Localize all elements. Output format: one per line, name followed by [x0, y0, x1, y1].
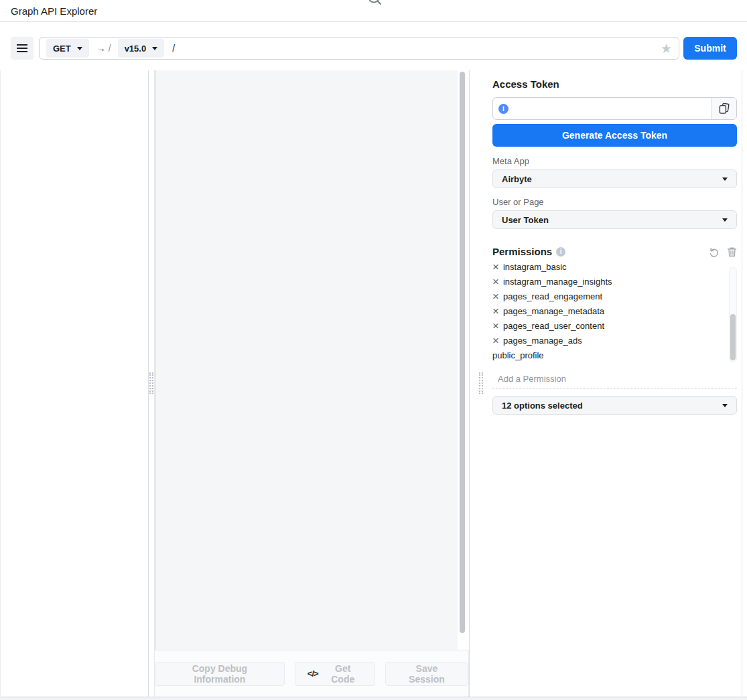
version-dropdown[interactable]: v15.0 — [118, 39, 165, 58]
request-bar: GET → / v15.0 ★ — [39, 37, 679, 60]
user-or-page-value: User Token — [502, 215, 549, 225]
chevron-down-icon — [77, 47, 82, 50]
permissions-list: ×instagram_basic×instagram_manage_insigh… — [492, 263, 737, 362]
remove-permission-icon[interactable]: × — [492, 290, 499, 303]
submit-button[interactable]: Submit — [683, 37, 737, 60]
permission-label: pages_read_engagement — [503, 289, 602, 304]
search-icon[interactable] — [367, 0, 382, 8]
meta-app-value: Airbyte — [502, 174, 532, 184]
permission-item: ×pages_read_user_content — [492, 319, 737, 334]
graph-api-explorer-page: Graph API Explorer GET → / v15.0 ★ Submi… — [0, 0, 747, 700]
permission-item: ×instagram_manage_insights — [492, 275, 737, 289]
remove-permission-icon[interactable]: × — [492, 320, 499, 333]
permission-label: pages_manage_ads — [503, 334, 582, 348]
hamburger-icon — [17, 44, 27, 52]
chevron-down-icon — [152, 47, 157, 50]
add-permission-input[interactable] — [492, 374, 737, 384]
panel-resize-handle-left[interactable] — [149, 372, 153, 394]
chevron-down-icon — [722, 218, 728, 222]
permission-item: ×instagram_basic — [492, 263, 737, 275]
access-token-input[interactable] — [508, 98, 711, 119]
permission-label: pages_read_user_content — [503, 319, 604, 334]
meta-app-dropdown[interactable]: Airbyte — [492, 169, 737, 188]
save-session-button[interactable]: Save Session — [385, 662, 468, 686]
permissions-heading: Permissions — [492, 246, 552, 257]
permission-label: public_profile — [492, 348, 544, 362]
permission-item: ×pages_manage_ads — [492, 334, 737, 348]
path-input[interactable] — [172, 43, 661, 54]
panel-divider — [469, 70, 470, 697]
copy-debug-label: Copy Debug Information — [167, 663, 272, 685]
trash-icon[interactable] — [727, 247, 737, 257]
field-browser-sidebar — [0, 70, 149, 697]
permissions-header: Permissions i — [492, 246, 737, 257]
page-title: Graph API Explorer — [11, 5, 97, 17]
token-info-icon[interactable]: i — [498, 104, 508, 114]
permissions-options-dropdown[interactable]: 12 options selected — [492, 396, 737, 415]
copy-icon — [718, 102, 730, 115]
chevron-down-icon — [722, 178, 728, 181]
options-selected-label: 12 options selected — [502, 401, 583, 411]
permission-item: ×pages_read_engagement — [492, 289, 737, 304]
permissions-list-container: ×instagram_basic×instagram_manage_insigh… — [492, 263, 737, 362]
dashed-divider — [492, 389, 737, 389]
star-icon[interactable]: ★ — [661, 42, 672, 55]
access-token-heading: Access Token — [492, 78, 737, 90]
permissions-info-icon[interactable]: i — [556, 247, 565, 257]
permission-item: ×pages_manage_metadata — [492, 304, 737, 319]
version-label: v15.0 — [125, 44, 147, 54]
permission-label: instagram_basic — [503, 263, 567, 275]
access-token-panel: Access Token i Generate Access Token Met… — [484, 70, 742, 697]
permissions-tools — [708, 247, 737, 257]
get-code-button[interactable]: </> Get Code — [295, 662, 375, 686]
code-icon: </> — [308, 669, 318, 679]
header: Graph API Explorer — [0, 0, 747, 22]
remove-permission-icon[interactable]: × — [492, 275, 499, 289]
method-dropdown[interactable]: GET — [46, 39, 89, 58]
get-code-label: Get Code — [324, 663, 362, 685]
copy-debug-button[interactable]: Copy Debug Information — [155, 662, 285, 686]
arrow-icon: → — [96, 43, 106, 54]
chevron-down-icon — [722, 404, 728, 407]
editor-scrollbar[interactable] — [460, 72, 465, 633]
user-or-page-dropdown[interactable]: User Token — [492, 210, 737, 229]
query-editor-pane — [154, 70, 458, 650]
remove-permission-icon[interactable]: × — [492, 263, 499, 274]
user-or-page-label: User or Page — [492, 197, 737, 207]
remove-permission-icon[interactable]: × — [492, 305, 499, 318]
generate-access-token-button[interactable]: Generate Access Token — [492, 124, 737, 147]
save-session-label: Save Session — [398, 663, 456, 685]
permission-item: public_profile — [492, 348, 737, 362]
session-action-bar: Copy Debug Information </> Get Code Save… — [154, 650, 469, 697]
method-label: GET — [53, 44, 71, 54]
permission-label: instagram_manage_insights — [503, 275, 612, 289]
page-bottom-strip — [0, 697, 747, 700]
panel-resize-handle-right[interactable] — [479, 372, 483, 394]
menu-button[interactable] — [11, 37, 33, 60]
copy-token-button[interactable] — [711, 98, 736, 119]
remove-permission-icon[interactable]: × — [492, 334, 499, 348]
access-token-field: i — [492, 97, 737, 120]
permission-label: pages_manage_metadata — [503, 304, 604, 319]
undo-icon[interactable] — [708, 247, 719, 257]
permissions-scrollbar-thumb[interactable] — [730, 314, 736, 360]
path-separator: / — [109, 43, 111, 54]
meta-app-label: Meta App — [492, 156, 737, 166]
